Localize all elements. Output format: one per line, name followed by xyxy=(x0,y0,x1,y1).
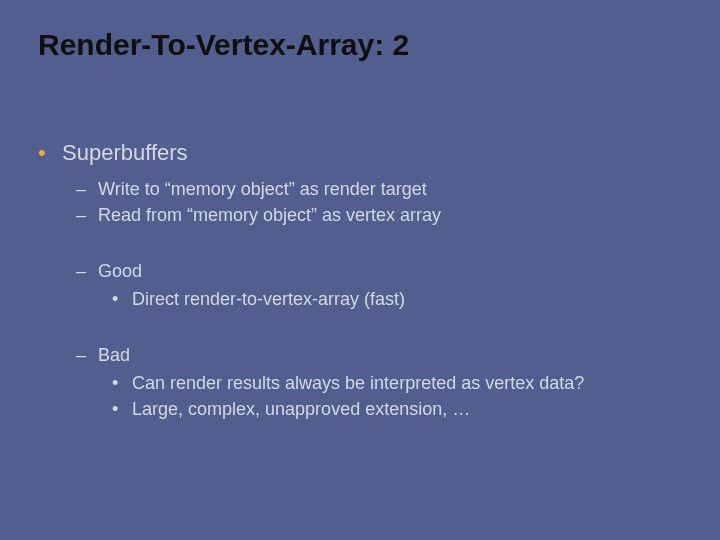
dash-icon: – xyxy=(76,258,88,284)
spacer xyxy=(76,228,690,258)
sub-good: – Good • Direct render-to-vertex-array (… xyxy=(76,258,690,312)
sub-read: – Read from “memory object” as vertex ar… xyxy=(76,202,690,228)
dot-icon: • xyxy=(112,286,120,312)
bullet-icon: • xyxy=(38,138,48,168)
sub-text: Bad xyxy=(98,342,130,368)
slide-body: • Superbuffers – Write to “memory object… xyxy=(38,138,690,432)
bad-item: • Large, complex, unapproved extension, … xyxy=(112,396,690,422)
item-text: Can render results always be interpreted… xyxy=(132,370,584,396)
sub-text: Read from “memory object” as vertex arra… xyxy=(98,202,441,228)
dash-icon: – xyxy=(76,176,88,202)
sub-bad: – Bad • Can render results always be int… xyxy=(76,342,690,422)
dot-icon: • xyxy=(112,396,120,422)
bullet-superbuffers: • Superbuffers – Write to “memory object… xyxy=(38,138,690,422)
item-text: Large, complex, unapproved extension, … xyxy=(132,396,470,422)
slide-title: Render-To-Vertex-Array: 2 xyxy=(38,28,409,62)
sub-text: Write to “memory object” as render targe… xyxy=(98,176,427,202)
dash-icon: – xyxy=(76,202,88,228)
spacer xyxy=(76,312,690,342)
sub-text: Good xyxy=(98,258,142,284)
bullet-text: Superbuffers xyxy=(62,138,188,168)
bad-item: • Can render results always be interpret… xyxy=(112,370,690,396)
slide: Render-To-Vertex-Array: 2 • Superbuffers… xyxy=(0,0,720,540)
item-text: Direct render-to-vertex-array (fast) xyxy=(132,286,405,312)
sub-write: – Write to “memory object” as render tar… xyxy=(76,176,690,202)
good-item: • Direct render-to-vertex-array (fast) xyxy=(112,286,690,312)
dash-icon: – xyxy=(76,342,88,368)
dot-icon: • xyxy=(112,370,120,396)
